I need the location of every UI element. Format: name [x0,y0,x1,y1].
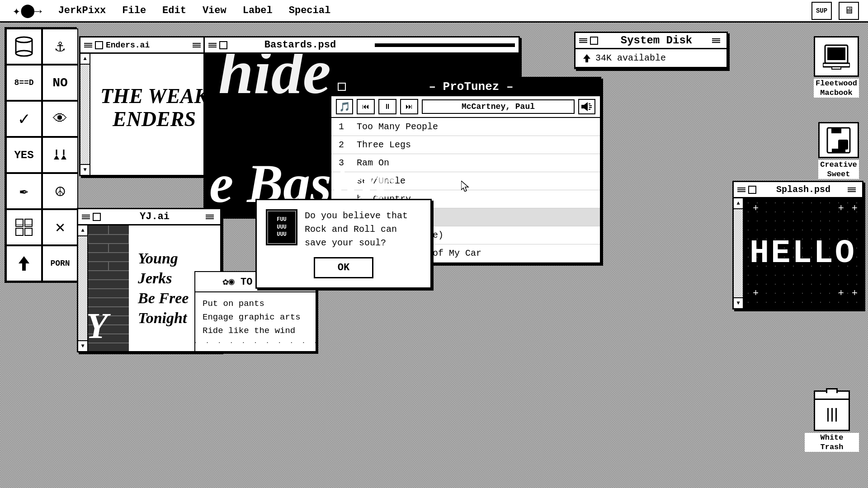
dialog-box: FUU UUU UUU Do you believe that Rock and… [255,199,432,289]
tool-peace[interactable]: ☮ [42,173,78,209]
protunez-note-icon: 🎵 [336,99,353,114]
splash-plus-4: + [753,288,759,299]
enders-close-btn[interactable] [95,41,103,49]
tool-wrench[interactable]: ✒ [6,173,42,209]
enders-scroll-up[interactable]: ▲ [80,54,90,65]
bastards-titlebar[interactable]: Bastards.psd [205,38,519,54]
fleetwood-macbook-icon[interactable]: Fleetwood Macbook [814,36,859,98]
menubar-file[interactable]: File [114,2,154,19]
fleetwood-label-2: Macbook [814,88,859,98]
dialog-ok-button[interactable]: OK [314,257,373,278]
system-disk-window: System Disk 34K available [574,32,728,69]
track-row-2[interactable]: 2 Three Legs [331,136,600,154]
creative-sweet-icon[interactable]: Creative Sweet [818,122,859,179]
yj-close-btn[interactable] [93,213,101,221]
tool-x[interactable]: ✕ [42,209,78,245]
system-disk-close[interactable] [590,37,598,45]
creative-label-2: Sweet [818,169,859,179]
menubar: ✦⬤→ JerkPixx File Edit View Label Specia… [0,0,868,23]
tool-up-arrow[interactable] [6,245,42,282]
protunez-close-btn[interactable] [338,83,346,91]
yj-lines-left [82,215,90,219]
svg-rect-23 [827,47,845,60]
tool-cylinder[interactable] [6,28,42,65]
white-trash-label-1: White [805,433,859,442]
enders-titlebar-lines [84,43,92,47]
splash-hello-text: HELLO [750,235,856,272]
yj-title: YJ.ai [104,211,206,222]
menubar-view[interactable]: View [194,2,235,19]
sup-icon-btn[interactable]: SUP [811,2,832,20]
splash-title: Splash.psd [759,184,848,195]
tool-porn[interactable]: PORN [42,245,78,282]
splash-plus-3: + [852,203,858,214]
splash-scroll-up[interactable]: ▲ [734,198,743,209]
trash-lines [827,408,837,422]
splash-close-btn[interactable] [748,186,756,194]
menubar-right-icons: SUP 🖥 [811,2,859,20]
trash-line-3 [835,408,837,422]
track-name-2: Three Legs [357,140,593,150]
tool-anchor[interactable]: ⚓ [42,28,78,65]
trash-lid [815,392,849,400]
enders-left-scrollbar: ▲ ▼ [80,54,90,175]
svg-rect-9 [25,219,32,226]
menubar-appname[interactable]: JerkPixx [50,2,114,19]
fleetwood-icon-img [814,36,859,77]
apple-logo-icon: ✦⬤→ [13,3,42,19]
splash-titlebar[interactable]: Splash.psd [734,182,862,198]
tool-check[interactable]: ✓ [6,101,42,137]
cursor-arrow [461,181,470,192]
svg-point-0 [16,37,32,42]
white-trash-icon[interactable]: White Trash [805,390,859,452]
splash-scroll-track [734,209,743,297]
svg-rect-11 [25,228,32,235]
transport-rewind[interactable]: ⏮ [357,99,375,114]
trash-line-2 [831,408,833,422]
mouse-cursor [461,181,470,195]
enders-scroll-track [80,65,90,164]
creative-disk-img [818,122,859,158]
todo-tear [195,342,316,351]
svg-marker-48 [461,181,468,192]
transport-pause[interactable]: ⏸ [378,99,396,114]
track-row-1[interactable]: 1 Too Many People [331,118,600,136]
transport-forward[interactable]: ⏭ [400,99,418,114]
enders-title: Enders.ai [106,41,150,50]
splash-scroll-down[interactable]: ▼ [734,297,743,308]
tool-8d[interactable]: 8==D [6,65,42,101]
system-disk-available: 34K available [576,49,726,68]
menubar-special[interactable]: Special [281,2,339,19]
yj-scroll-up[interactable]: ▲ [78,225,87,236]
yj-titlebar[interactable]: YJ.ai [78,209,220,225]
tool-no[interactable]: NO [42,65,78,101]
menubar-label[interactable]: Label [235,2,281,19]
svg-rect-15 [581,105,584,108]
tool-arrows-up[interactable] [42,137,78,173]
splash-plus-2: + [838,203,844,214]
monitor-icon-btn[interactable]: 🖥 [839,2,859,20]
creative-label-1: Creative [818,160,859,169]
trash-line-1 [827,408,829,422]
yj-scroll-down[interactable]: ▼ [78,340,87,351]
protunez-titlebar[interactable]: – ProTunez – [331,78,600,96]
system-disk-available-text: 34K available [595,53,666,63]
todo-item-3: Ride like the wind [203,324,308,338]
yj-brick-bg: Y [88,225,129,351]
todo-item-1: Put on pants [203,297,308,310]
menubar-edit[interactable]: Edit [154,2,194,19]
white-trash-label: White Trash [805,433,859,452]
bastards-close-btn[interactable] [219,41,227,49]
system-disk-lines-right [712,38,720,43]
fleetwood-label: Fleetwood Macbook [814,79,859,98]
menubar-logo[interactable]: ✦⬤→ [5,0,50,21]
tool-eye[interactable]: 👁 [42,101,78,137]
system-disk-lines-left [579,38,587,43]
tool-yes[interactable]: YES [6,137,42,173]
volume-icon[interactable] [578,99,595,114]
enders-titlebar[interactable]: Enders.ai [80,38,218,54]
enders-scroll-down[interactable]: ▼ [80,164,90,175]
svg-point-3 [16,51,32,56]
tool-grid[interactable] [6,209,42,245]
system-disk-titlebar[interactable]: System Disk [576,33,726,49]
